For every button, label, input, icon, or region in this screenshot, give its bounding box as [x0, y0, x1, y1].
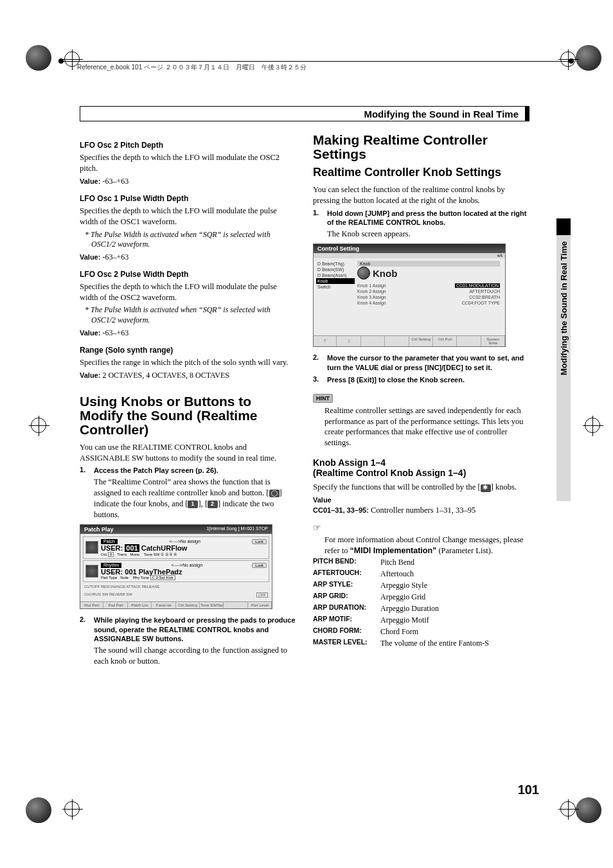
- memo-body: For more information about Control Chang…: [313, 535, 529, 556]
- button-1-icon: [188, 500, 198, 508]
- side-tab-cap: [556, 218, 571, 235]
- right-column: Making Realtime Controller Settings Real…: [313, 133, 529, 669]
- body-text: You can select the function of the realt…: [313, 184, 529, 206]
- side-tab-label: Modifying the Sound in Real Time: [556, 235, 571, 501]
- body-text: Specifies the depth to which the LFO wil…: [80, 206, 296, 227]
- control-setting-screenshot: Control Setting 4/5 D Beam(Trig) D Beam(…: [313, 244, 506, 347]
- corner-jewel: [26, 45, 51, 71]
- step-item: 1. Access the Patch Play screen (p. 26).…: [80, 466, 296, 520]
- step-text: While playing the keyboard or pressing t…: [94, 616, 296, 667]
- patch-row: Patch <---->No assign Lock USER: 001 Cat…: [83, 536, 269, 559]
- button-2-icon: [208, 500, 218, 508]
- step-text: Move the cursor to the parameter that yo…: [327, 353, 529, 373]
- body-text: Specifies the depth to which the LFO wil…: [80, 281, 296, 303]
- heading-knob-assign: Knob Assign 1–4 (Realtime Control Knob A…: [313, 457, 529, 478]
- step-number: 2.: [313, 353, 322, 373]
- step-text: Hold down [JUMP] and press the button lo…: [327, 209, 529, 240]
- body-text: Specifies the range in which the pitch o…: [80, 357, 296, 368]
- section-title-bar: Modifying the Sound in Real Time: [80, 106, 529, 121]
- parameter-list: PITCH BEND:Pitch Bend AFTERTOUCH:Afterto…: [313, 556, 529, 649]
- heading-lfo-osc1-pw: LFO Osc 1 Pulse Width Depth: [80, 194, 296, 203]
- section-bar-cap: [525, 107, 529, 121]
- corner-jewel: [26, 797, 51, 823]
- note-italic: * The Pulse Width is activated when “SQR…: [80, 305, 296, 325]
- sw-labels-row: CHORUS SW REVERB SW OFF: [83, 591, 269, 599]
- value-line: Value: -63–+63: [80, 328, 296, 338]
- left-column: LFO Osc 2 Pitch Depth Specifies the dept…: [80, 133, 296, 669]
- screen-crumbs: 4/5: [314, 253, 505, 258]
- heading-lfo-osc2-pitch: LFO Osc 2 Pitch Depth: [80, 141, 296, 150]
- body-text: Specifies the depth to which the LFO wil…: [80, 152, 296, 174]
- cc-line: CC01–31, 33–95: Controller numbers 1–31,…: [313, 505, 529, 516]
- patch-play-screenshot: Patch Play 1[Internal Song ] M=001 STOP …: [80, 524, 272, 609]
- gear-icon: [481, 484, 491, 492]
- screen-title: Control Setting: [314, 244, 505, 253]
- step-item: 3. Press [8 (Exit)] to close the Knob sc…: [313, 375, 529, 385]
- body-text: Specify the functions that will be contr…: [313, 482, 529, 493]
- heading-using-knobs: Using Knobs or Buttons to Modify the Sou…: [80, 394, 296, 437]
- value-line: Value: -63–+63: [80, 177, 296, 186]
- screen-main: Knob Knob Knob 1 AssignCC01:MODULATION K…: [355, 261, 502, 333]
- screen-title: Patch Play 1[Internal Song ] M=001 STOP: [80, 525, 272, 534]
- knob-label: Knob: [373, 268, 397, 279]
- knob-graphic-icon: [357, 267, 370, 279]
- heading-making-settings: Making Realtime Controller Settings: [313, 133, 529, 161]
- registration-mark: [31, 418, 46, 433]
- screen-side-list: D Beam(Trig) D Beam(SW) D Beam(Assn) Kno…: [316, 261, 355, 333]
- heading-lfo-osc2-pw: LFO Osc 2 Pulse Width Depth: [80, 270, 296, 279]
- value-label: Value: [313, 496, 332, 504]
- registration-mark: [585, 418, 600, 433]
- header-rule: [61, 61, 571, 62]
- screen-bottom-tabs: Kbd Part Pad Part Patch List Favor-ite C…: [80, 601, 272, 608]
- corner-jewel: [576, 797, 601, 823]
- step-item: 2. Move the cursor to the parameter that…: [313, 353, 529, 373]
- body-text: You can use the REALTIME CONTROL knobs a…: [80, 442, 296, 464]
- step-text: Access the Patch Play screen (p. 26). Th…: [94, 466, 296, 520]
- side-tab: Modifying the Sound in Real Time: [556, 218, 571, 501]
- hint-body: Realtime controller settings are saved i…: [313, 405, 529, 449]
- section-title: Modifying the Sound in Real Time: [80, 109, 525, 120]
- value-line: Value: 2 OCTAVES, 4 OCTAVES, 8 OCTAVES: [80, 371, 296, 380]
- patch-name: USER: 001 CatchURFlow: [101, 544, 267, 552]
- knob-labels-row: CUTOFF RESONANCE ATTACK RELEASE: [83, 583, 269, 590]
- heading-knob-settings: Realtime Controller Knob Settings: [313, 166, 529, 179]
- note-italic: * The Pulse Width is activated when “SQR…: [80, 230, 296, 250]
- knob-icon: [269, 490, 280, 497]
- step-number: 3.: [313, 375, 322, 385]
- rhythm-name: USER: 001 PlayThePadz: [101, 568, 267, 576]
- screen-bottom-tabs: ↑ ↓ Ctrl Setting Ctrl Port System Write: [314, 335, 505, 346]
- step-item: 1. Hold down [JUMP] and press the button…: [313, 209, 529, 240]
- step-text: Press [8 (Exit)] to close the Knob scree…: [327, 375, 465, 385]
- step-number: 1.: [313, 209, 322, 240]
- registration-mark: [560, 801, 576, 817]
- pointing-hand-icon: ☞: [313, 522, 529, 533]
- step-number: 1.: [80, 466, 89, 520]
- page-number: 101: [518, 783, 539, 797]
- step-number: 2.: [80, 616, 89, 667]
- rhythm-thumb: [85, 565, 98, 578]
- registration-mark: [64, 801, 80, 817]
- step-item: 2. While playing the keyboard or pressin…: [80, 616, 296, 667]
- heading-range: Range (Solo synth range): [80, 346, 296, 355]
- value-line: Value: -63–+63: [80, 252, 296, 262]
- hint-badge: HINT: [313, 394, 333, 403]
- patch-thumb: [85, 541, 98, 554]
- corner-jewel: [576, 45, 601, 71]
- rhythm-row: Rhythm <---->No assign Lock USER: 001 Pl…: [83, 560, 269, 582]
- header-text: Reference_e.book 101 ページ ２００３年７月１４日 月曜日 …: [77, 63, 306, 72]
